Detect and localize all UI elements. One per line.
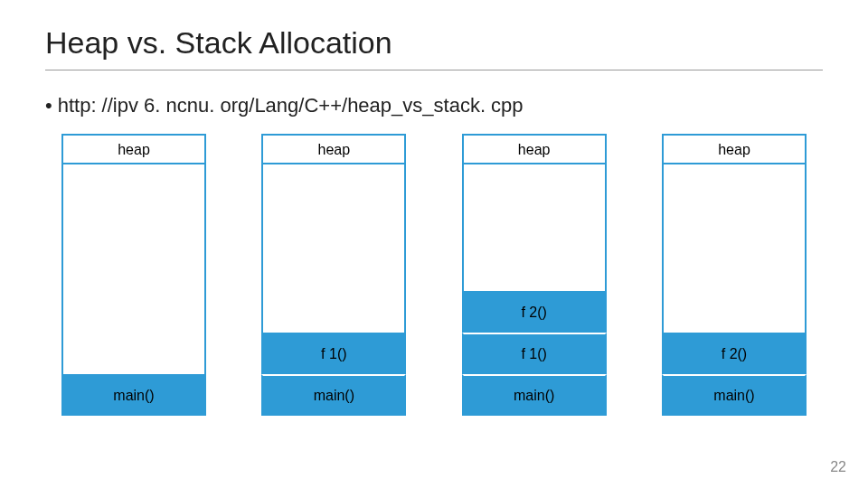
heap-cell: heap: [662, 134, 807, 164]
free-space: [462, 164, 607, 291]
bullet-dot: •: [45, 94, 52, 117]
stack-frame: f 2(): [462, 291, 607, 333]
stack-frame: main(): [261, 374, 406, 416]
stack-frame: f 1(): [462, 333, 607, 374]
stack-frame: main(): [462, 374, 607, 416]
memory-column-3: heapf 2()main(): [662, 134, 807, 416]
diagram-columns: heapmain()heapf 1()main()heapf 2()f 1()m…: [45, 134, 823, 416]
stack-frame: main(): [662, 374, 807, 416]
heap-cell: heap: [462, 134, 607, 164]
stack-frame: main(): [61, 374, 206, 416]
heap-cell: heap: [261, 134, 406, 164]
memory-column-1: heapf 1()main(): [261, 134, 406, 416]
free-space: [261, 164, 406, 333]
page-number: 22: [830, 459, 846, 475]
heap-cell: heap: [61, 134, 206, 164]
slide-title: Heap vs. Stack Allocation: [45, 25, 823, 61]
bullet-text: http: //ipv 6. ncnu. org/Lang/C++/heap_v…: [58, 94, 524, 117]
memory-column-0: heapmain(): [61, 134, 206, 416]
stack-frame: f 2(): [662, 333, 807, 374]
stack-frame: f 1(): [261, 333, 406, 374]
title-underline: [45, 70, 823, 70]
free-space: [662, 164, 807, 333]
free-space: [61, 164, 206, 374]
bullet-line: •http: //ipv 6. ncnu. org/Lang/C++/heap_…: [45, 94, 823, 117]
memory-column-2: heapf 2()f 1()main(): [462, 134, 607, 416]
